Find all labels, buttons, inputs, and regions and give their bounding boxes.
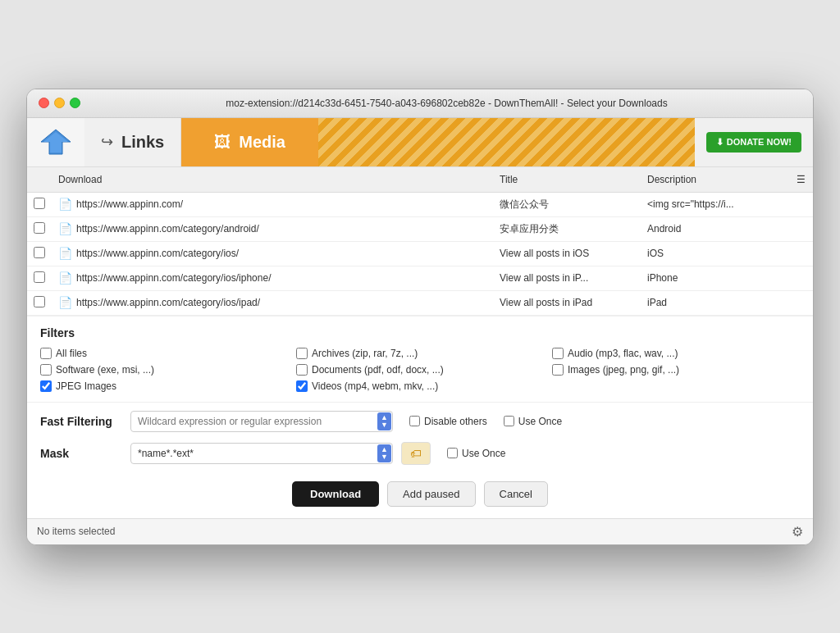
filter-videos-input[interactable] [296,380,308,392]
mask-use-once-text: Use Once [462,448,505,459]
row-checkbox-5[interactable] [27,291,52,315]
row-checkbox-4[interactable] [27,266,52,290]
fast-filter-use-once-text: Use Once [518,416,562,427]
main-window: moz-extension://d214c33d-6451-7540-a043-… [26,89,814,545]
row-title-3: View all posts in iOS [493,243,641,264]
row-checkbox-3[interactable] [27,242,52,266]
header-description: Description [641,171,788,189]
fast-filter-row: Fast Filtering ▲ ▼ Disable others Use On… [27,402,813,437]
filter-all-files[interactable]: All files [40,348,288,359]
title-bar: moz-extension://d214c33d-6451-7540-a043-… [27,89,813,118]
row-title-5: View all posts in iPad [493,292,641,313]
image-icon: 🖼 [214,133,231,152]
table-body: 📄 https://www.appinn.com/ 微信公众号 <img src… [27,193,813,316]
download-arrow-icon: ⬇ [716,137,724,148]
links-tab[interactable]: ↪ Links [84,118,181,166]
table-row: 📄 https://www.appinn.com/category/androi… [27,217,813,242]
action-row: Download Add paused Cancel [27,473,813,518]
filter-audio-input[interactable] [552,348,564,359]
row-checkbox-2[interactable] [27,217,52,241]
filter-archives[interactable]: Archives (zip, rar, 7z, ...) [296,348,544,359]
file-icon-2: 📄 [58,222,71,235]
filter-images-input[interactable] [552,364,564,376]
table-row: 📄 https://www.appinn.com/category/ios/ip… [27,291,813,316]
row-url-5: 📄 https://www.appinn.com/category/ios/ip… [52,291,493,314]
filter-documents-input[interactable] [296,364,308,376]
settings-icon[interactable]: ⚙ [792,524,803,540]
donate-button[interactable]: ⬇ DONATE NOW! [706,132,801,153]
row-check-input-1[interactable] [34,198,45,209]
fast-filter-use-once[interactable]: Use Once [504,416,562,427]
app-logo [27,118,84,166]
file-icon-4: 📄 [58,271,71,285]
donate-label: DONATE NOW! [727,137,792,147]
fast-filter-combo-wrapper: ▲ ▼ [130,411,393,432]
filter-documents-label: Documents (pdf, odf, docx, ...) [312,364,444,376]
filters-title: Filters [40,326,800,339]
table-row: 📄 https://www.appinn.com/ 微信公众号 <img src… [27,193,813,217]
row-checkbox-1[interactable] [27,193,52,216]
header-menu[interactable]: ☰ [788,171,813,189]
fast-filter-label: Fast Filtering [40,415,122,428]
filter-software[interactable]: Software (exe, msi, ...) [40,364,288,376]
row-title-4: View all posts in iP... [493,267,641,289]
mask-arrow[interactable]: ▲ ▼ [377,444,391,462]
row-check-input-3[interactable] [34,247,45,258]
disable-others-text: Disable others [424,416,487,427]
nav-spacer [318,118,695,166]
filters-section: Filters All files Archives (zip, rar, 7z… [27,316,813,402]
mask-arrow-down-icon: ▼ [381,453,388,461]
row-url-1: 📄 https://www.appinn.com/ [52,193,493,216]
filter-archives-label: Archives (zip, rar, 7z, ...) [312,348,418,359]
fast-filter-arrow[interactable]: ▲ ▼ [377,412,391,430]
arrow-down-icon: ▼ [381,421,388,429]
filter-images[interactable]: Images (jpeg, png, gif, ...) [552,364,800,376]
filter-videos[interactable]: Videos (mp4, webm, mkv, ...) [296,380,544,392]
download-button[interactable]: Download [292,481,379,507]
filter-software-input[interactable] [40,364,52,376]
filter-documents[interactable]: Documents (pdf, odf, docx, ...) [296,364,544,376]
tag-button[interactable]: 🏷 [401,442,431,465]
add-paused-button[interactable]: Add paused [387,481,475,507]
content-area: Download Title Description ☰ 📄 https://w… [27,167,813,518]
close-button[interactable] [39,98,49,108]
header-checkbox-col [27,171,52,189]
disable-others-label[interactable]: Disable others [409,416,487,427]
row-desc-4: iPhone [641,267,788,289]
filter-audio[interactable]: Audio (mp3, flac, wav, ...) [552,348,800,359]
mask-input[interactable] [130,443,393,464]
row-desc-3: iOS [641,243,788,264]
fast-filter-input[interactable] [130,411,393,432]
disable-others-input[interactable] [409,416,420,426]
mask-use-once-input[interactable] [447,448,458,458]
table-row: 📄 https://www.appinn.com/category/ios/ip… [27,266,813,291]
row-check-input-2[interactable] [34,222,45,234]
traffic-lights [39,98,80,108]
row-desc-1: <img src="https://i... [641,194,788,215]
window-title: moz-extension://d214c33d-6451-7540-a043-… [92,98,801,109]
row-check-input-5[interactable] [34,296,45,307]
file-icon-1: 📄 [58,198,71,211]
row-desc-2: Android [641,218,788,239]
header-download: Download [52,171,493,189]
row-title-1: 微信公众号 [493,193,641,216]
row-url-4: 📄 https://www.appinn.com/category/ios/ip… [52,266,493,289]
filter-all-files-input[interactable] [40,348,52,359]
file-icon-5: 📄 [58,296,71,309]
row-check-input-4[interactable] [34,271,45,283]
media-tab[interactable]: 🖼 Media [181,118,318,166]
maximize-button[interactable] [70,98,80,108]
filter-jpeg[interactable]: JPEG Images [40,380,288,392]
filter-jpeg-input[interactable] [40,380,52,392]
filter-software-label: Software (exe, msi, ...) [56,364,154,376]
row-url-3: 📄 https://www.appinn.com/category/ios/ [52,242,493,265]
fast-filter-use-once-input[interactable] [504,416,514,426]
cancel-button[interactable]: Cancel [484,481,548,507]
filter-archives-input[interactable] [296,348,308,359]
status-text: No items selected [37,526,115,537]
mask-use-once[interactable]: Use Once [447,448,505,459]
minimize-button[interactable] [54,98,65,108]
nav-bar: ↪ Links 🖼 Media ⬇ DONATE NOW! [27,118,813,167]
filter-videos-label: Videos (mp4, webm, mkv, ...) [312,380,438,392]
filter-jpeg-label: JPEG Images [56,380,116,392]
